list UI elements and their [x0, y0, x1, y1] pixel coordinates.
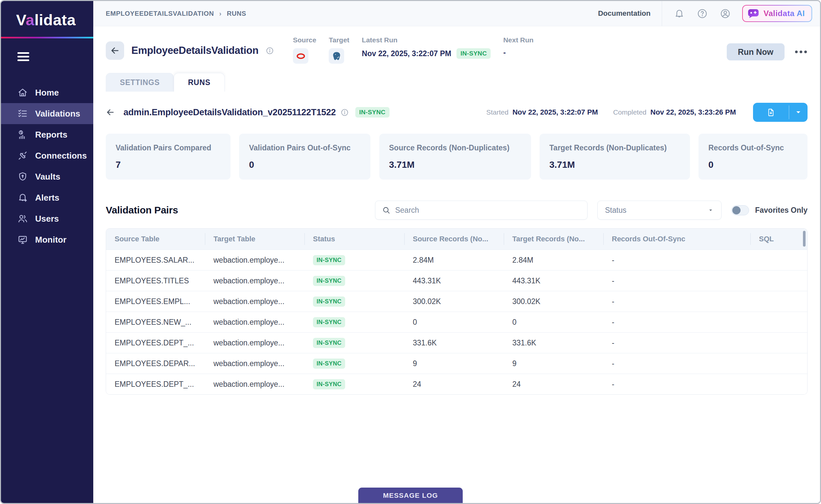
status-badge: IN-SYNC	[313, 317, 345, 327]
status-badge: IN-SYNC	[313, 359, 345, 369]
target-records-cell: 2.84M	[504, 250, 603, 270]
status-filter-dropdown[interactable]: Status	[597, 201, 721, 220]
target-records-cell: 24	[504, 374, 603, 394]
status-cell: IN-SYNC	[304, 312, 404, 332]
target-table-cell: webaction.employe...	[205, 250, 304, 270]
oracle-source-icon	[293, 48, 308, 64]
status-cell: IN-SYNC	[304, 333, 404, 353]
source-records-cell: 0	[404, 312, 504, 332]
table-row[interactable]: EMPLOYEES.TITLESwebaction.employe...IN-S…	[106, 270, 807, 291]
column-header[interactable]: Target Table	[205, 229, 304, 250]
target-records-cell: 9	[504, 353, 603, 374]
records-out-of-sync-cell: -	[603, 333, 750, 353]
target-records-cell: 0	[504, 312, 603, 332]
table-row[interactable]: EMPLOYEES.DEPAR...webaction.employe...IN…	[106, 353, 807, 374]
column-header[interactable]: SQL	[750, 229, 807, 250]
app-logo: Validata	[1, 1, 93, 37]
sidebar-item-monitor[interactable]: Monitor	[1, 229, 93, 250]
source-table-cell: EMPLOYEES.EMPL...	[106, 291, 205, 312]
stat-value: 3.71M	[549, 160, 680, 170]
next-run-value: -	[503, 48, 533, 57]
sql-cell	[750, 312, 807, 332]
users-icon	[17, 213, 28, 224]
status-filter-label: Status	[605, 206, 707, 215]
export-dropdown-caret-icon[interactable]	[789, 103, 808, 122]
latest-run-value: Nov 22, 2025, 3:22:07 PM	[362, 49, 451, 58]
reports-icon	[17, 129, 28, 140]
run-meta: Source Target Latest Run Nov 22, 2025, 3…	[293, 36, 534, 64]
message-log-button[interactable]: MESSAGE LOG	[358, 488, 463, 503]
home-icon	[17, 87, 28, 98]
target-table-cell: webaction.employe...	[205, 291, 304, 312]
account-icon[interactable]	[719, 8, 731, 19]
source-table-cell: EMPLOYEES.NEW_...	[106, 312, 205, 332]
status-badge: IN-SYNC	[313, 338, 345, 348]
started-label: Started	[486, 108, 509, 116]
table-row[interactable]: EMPLOYEES.SALAR...webaction.employe...IN…	[106, 250, 807, 270]
sql-cell	[750, 353, 807, 374]
connections-icon	[17, 150, 28, 161]
source-table-cell: EMPLOYEES.SALAR...	[106, 250, 205, 270]
back-button[interactable]	[106, 41, 124, 60]
status-badge: IN-SYNC	[456, 48, 491, 59]
bell-icon[interactable]	[673, 8, 685, 19]
logo-accent-letter: a	[26, 11, 34, 29]
monitor-icon	[17, 234, 28, 245]
sidebar-item-reports[interactable]: Reports	[1, 124, 93, 145]
validata-ai-button[interactable]: Validata AI	[742, 5, 812, 22]
stat-value: 7	[116, 160, 221, 170]
table-row[interactable]: EMPLOYEES.DEPT_...webaction.employe...IN…	[106, 332, 807, 353]
sidebar-item-alerts[interactable]: Alerts	[1, 187, 93, 208]
stat-card: Source Records (Non-Duplicates) 3.71M	[379, 134, 531, 180]
sidebar-item-label: Home	[35, 88, 59, 98]
run-back-button[interactable]	[106, 108, 115, 117]
search-input[interactable]	[395, 206, 581, 215]
sql-cell	[750, 250, 807, 270]
sidebar-item-connections[interactable]: Connections	[1, 145, 93, 166]
sidebar-item-vaults[interactable]: Vaults	[1, 166, 93, 187]
export-report-button[interactable]	[753, 103, 808, 122]
table-body: EMPLOYEES.SALAR...webaction.employe...IN…	[106, 250, 807, 394]
column-header[interactable]: Target Records (No...	[504, 229, 603, 250]
started-value: Nov 22, 2025, 3:22:07 PM	[512, 108, 598, 117]
table-row[interactable]: EMPLOYEES.NEW_...webaction.employe...IN-…	[106, 312, 807, 332]
column-header[interactable]: Status	[304, 229, 404, 250]
more-options-icon[interactable]	[794, 48, 808, 56]
stat-label: Validation Pairs Out-of-Sync	[249, 143, 361, 152]
info-icon[interactable]	[341, 108, 349, 117]
next-run-label: Next Run	[503, 36, 533, 44]
favorites-toggle[interactable]	[731, 205, 749, 215]
run-status-badge: IN-SYNC	[355, 107, 389, 118]
info-icon[interactable]	[266, 47, 274, 55]
ai-chat-sparkle-icon	[747, 9, 759, 18]
page-title: EmployeeDetailsValidation	[131, 45, 258, 56]
alerts-icon	[17, 192, 28, 203]
tab-runs[interactable]: RUNS	[174, 73, 224, 92]
status-cell: IN-SYNC	[304, 250, 404, 270]
sql-cell	[750, 374, 807, 394]
help-icon[interactable]	[696, 8, 708, 19]
documentation-link[interactable]: Documentation	[598, 9, 651, 18]
favorites-label: Favorites Only	[755, 206, 808, 215]
sidebar-item-home[interactable]: Home	[1, 82, 93, 103]
tab-settings[interactable]: SETTINGS	[106, 73, 174, 92]
menu-toggle-icon[interactable]	[17, 52, 29, 63]
target-records-cell: 300.02K	[504, 291, 603, 312]
run-now-button[interactable]: Run Now	[727, 43, 785, 60]
validation-pairs-table: Source TableTarget TableStatusSource Rec…	[106, 228, 808, 395]
column-header[interactable]: Source Table	[106, 229, 205, 250]
column-header[interactable]: Records Out-Of-Sync	[603, 229, 750, 250]
records-out-of-sync-cell: -	[603, 271, 750, 291]
target-table-cell: webaction.employe...	[205, 271, 304, 291]
sidebar-item-validations[interactable]: Validations	[1, 103, 93, 124]
sidebar-item-label: Users	[35, 214, 59, 224]
source-label: Source	[293, 36, 316, 44]
table-row[interactable]: EMPLOYEES.DEPT_...webaction.employe...IN…	[106, 374, 807, 394]
breadcrumb-current: RUNS	[227, 10, 246, 17]
table-row[interactable]: EMPLOYEES.EMPL...webaction.employe...IN-…	[106, 291, 807, 312]
table-scrollbar-thumb[interactable]	[803, 231, 806, 247]
breadcrumb-root[interactable]: EMPLOYEEDETAILSVALIDATION	[106, 10, 214, 17]
latest-run-label: Latest Run	[362, 36, 491, 44]
sidebar-item-users[interactable]: Users	[1, 208, 93, 229]
column-header[interactable]: Source Records (No...	[404, 229, 504, 250]
